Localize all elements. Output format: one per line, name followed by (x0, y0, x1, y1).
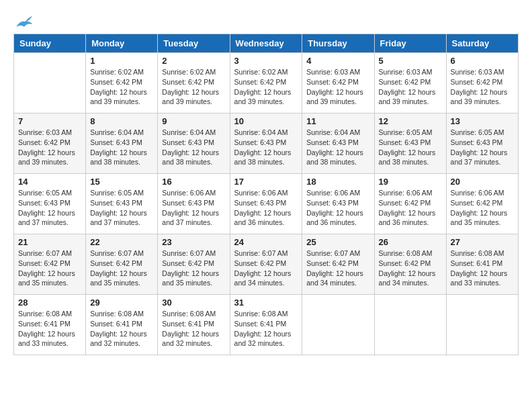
calendar-cell: 16Sunrise: 6:06 AM Sunset: 6:43 PM Dayli… (158, 174, 230, 234)
week-row-2: 7Sunrise: 6:03 AM Sunset: 6:42 PM Daylig… (14, 113, 519, 174)
calendar-cell: 28Sunrise: 6:08 AM Sunset: 6:41 PM Dayli… (14, 295, 86, 355)
day-number: 30 (162, 298, 225, 308)
calendar-cell: 14Sunrise: 6:05 AM Sunset: 6:43 PM Dayli… (14, 174, 86, 234)
day-info: Sunrise: 6:07 AM Sunset: 6:42 PM Dayligh… (18, 248, 81, 288)
day-info: Sunrise: 6:03 AM Sunset: 6:42 PM Dayligh… (379, 67, 442, 107)
calendar-header-monday: Monday (86, 34, 158, 53)
day-info: Sunrise: 6:08 AM Sunset: 6:41 PM Dayligh… (234, 309, 298, 349)
day-info: Sunrise: 6:02 AM Sunset: 6:42 PM Dayligh… (162, 67, 225, 107)
day-info: Sunrise: 6:03 AM Sunset: 6:42 PM Dayligh… (306, 67, 369, 107)
day-info: Sunrise: 6:03 AM Sunset: 6:42 PM Dayligh… (451, 67, 514, 107)
day-info: Sunrise: 6:04 AM Sunset: 6:43 PM Dayligh… (306, 128, 369, 167)
day-number: 19 (379, 177, 442, 187)
calendar-cell: 3Sunrise: 6:02 AM Sunset: 6:42 PM Daylig… (230, 53, 302, 113)
week-row-3: 14Sunrise: 6:05 AM Sunset: 6:43 PM Dayli… (14, 174, 519, 234)
calendar-cell: 11Sunrise: 6:04 AM Sunset: 6:43 PM Dayli… (302, 113, 374, 174)
day-info: Sunrise: 6:08 AM Sunset: 6:42 PM Dayligh… (379, 248, 442, 288)
calendar-cell: 18Sunrise: 6:06 AM Sunset: 6:43 PM Dayli… (302, 174, 374, 234)
calendar-cell: 29Sunrise: 6:08 AM Sunset: 6:41 PM Dayli… (86, 295, 158, 355)
calendar-cell: 8Sunrise: 6:04 AM Sunset: 6:43 PM Daylig… (86, 113, 158, 174)
day-info: Sunrise: 6:07 AM Sunset: 6:42 PM Dayligh… (90, 248, 153, 288)
calendar-cell: 17Sunrise: 6:06 AM Sunset: 6:43 PM Dayli… (230, 174, 302, 234)
day-number: 7 (18, 116, 81, 126)
day-info: Sunrise: 6:08 AM Sunset: 6:41 PM Dayligh… (90, 309, 153, 349)
calendar-cell: 24Sunrise: 6:07 AM Sunset: 6:42 PM Dayli… (230, 234, 302, 295)
day-number: 4 (306, 56, 369, 66)
day-number: 9 (162, 116, 225, 126)
calendar-cell: 4Sunrise: 6:03 AM Sunset: 6:42 PM Daylig… (302, 53, 374, 113)
calendar-cell: 27Sunrise: 6:08 AM Sunset: 6:41 PM Dayli… (446, 234, 518, 295)
calendar-cell (374, 295, 446, 355)
day-number: 31 (234, 298, 298, 308)
day-info: Sunrise: 6:04 AM Sunset: 6:43 PM Dayligh… (234, 128, 298, 167)
day-info: Sunrise: 6:08 AM Sunset: 6:41 PM Dayligh… (162, 309, 225, 349)
calendar-header-wednesday: Wednesday (230, 34, 302, 53)
calendar-cell: 7Sunrise: 6:03 AM Sunset: 6:42 PM Daylig… (14, 113, 86, 174)
day-number: 10 (234, 116, 298, 126)
day-info: Sunrise: 6:04 AM Sunset: 6:43 PM Dayligh… (162, 128, 225, 167)
day-number: 27 (451, 237, 514, 247)
calendar-cell (14, 53, 86, 113)
logo (13, 13, 34, 27)
day-number: 15 (90, 177, 153, 187)
calendar-cell: 12Sunrise: 6:05 AM Sunset: 6:43 PM Dayli… (374, 113, 446, 174)
day-number: 21 (18, 237, 81, 247)
week-row-4: 21Sunrise: 6:07 AM Sunset: 6:42 PM Dayli… (14, 234, 519, 295)
calendar-cell: 19Sunrise: 6:06 AM Sunset: 6:42 PM Dayli… (374, 174, 446, 234)
calendar-table: SundayMondayTuesdayWednesdayThursdayFrid… (13, 34, 519, 355)
calendar-cell (446, 295, 518, 355)
day-number: 20 (451, 177, 514, 187)
calendar-cell: 21Sunrise: 6:07 AM Sunset: 6:42 PM Dayli… (14, 234, 86, 295)
day-number: 3 (234, 56, 298, 66)
day-number: 18 (306, 177, 369, 187)
calendar-cell: 23Sunrise: 6:07 AM Sunset: 6:42 PM Dayli… (158, 234, 230, 295)
calendar-header-saturday: Saturday (446, 34, 518, 53)
day-number: 13 (451, 116, 514, 126)
day-info: Sunrise: 6:07 AM Sunset: 6:42 PM Dayligh… (234, 248, 298, 288)
day-number: 2 (162, 56, 225, 66)
day-number: 23 (162, 237, 225, 247)
calendar-cell: 5Sunrise: 6:03 AM Sunset: 6:42 PM Daylig… (374, 53, 446, 113)
logo-bird-icon (15, 15, 34, 30)
calendar-header-tuesday: Tuesday (158, 34, 230, 53)
calendar-cell: 13Sunrise: 6:05 AM Sunset: 6:43 PM Dayli… (446, 113, 518, 174)
day-info: Sunrise: 6:05 AM Sunset: 6:43 PM Dayligh… (18, 188, 81, 228)
day-number: 28 (18, 298, 81, 308)
day-info: Sunrise: 6:08 AM Sunset: 6:41 PM Dayligh… (18, 309, 81, 349)
day-number: 24 (234, 237, 298, 247)
day-number: 22 (90, 237, 153, 247)
day-info: Sunrise: 6:05 AM Sunset: 6:43 PM Dayligh… (379, 128, 442, 167)
day-info: Sunrise: 6:05 AM Sunset: 6:43 PM Dayligh… (451, 128, 514, 167)
calendar-cell: 1Sunrise: 6:02 AM Sunset: 6:42 PM Daylig… (86, 53, 158, 113)
day-info: Sunrise: 6:07 AM Sunset: 6:42 PM Dayligh… (162, 248, 225, 288)
day-number: 26 (379, 237, 442, 247)
day-info: Sunrise: 6:06 AM Sunset: 6:43 PM Dayligh… (306, 188, 369, 228)
day-info: Sunrise: 6:06 AM Sunset: 6:43 PM Dayligh… (162, 188, 225, 228)
calendar-cell: 15Sunrise: 6:05 AM Sunset: 6:43 PM Dayli… (86, 174, 158, 234)
calendar-cell: 10Sunrise: 6:04 AM Sunset: 6:43 PM Dayli… (230, 113, 302, 174)
day-info: Sunrise: 6:06 AM Sunset: 6:43 PM Dayligh… (234, 188, 298, 228)
day-info: Sunrise: 6:07 AM Sunset: 6:42 PM Dayligh… (306, 248, 369, 288)
day-number: 12 (379, 116, 442, 126)
calendar-header-row: SundayMondayTuesdayWednesdayThursdayFrid… (14, 34, 519, 53)
calendar-cell: 25Sunrise: 6:07 AM Sunset: 6:42 PM Dayli… (302, 234, 374, 295)
day-info: Sunrise: 6:02 AM Sunset: 6:42 PM Dayligh… (90, 67, 153, 107)
calendar-cell: 20Sunrise: 6:06 AM Sunset: 6:42 PM Dayli… (446, 174, 518, 234)
day-number: 8 (90, 116, 153, 126)
calendar-cell: 31Sunrise: 6:08 AM Sunset: 6:41 PM Dayli… (230, 295, 302, 355)
day-info: Sunrise: 6:06 AM Sunset: 6:42 PM Dayligh… (451, 188, 514, 228)
day-info: Sunrise: 6:03 AM Sunset: 6:42 PM Dayligh… (18, 128, 81, 167)
calendar-cell (302, 295, 374, 355)
day-number: 25 (306, 237, 369, 247)
calendar-header-sunday: Sunday (14, 34, 86, 53)
day-number: 29 (90, 298, 153, 308)
calendar-cell: 22Sunrise: 6:07 AM Sunset: 6:42 PM Dayli… (86, 234, 158, 295)
page-header (13, 13, 519, 27)
calendar-cell: 2Sunrise: 6:02 AM Sunset: 6:42 PM Daylig… (158, 53, 230, 113)
day-number: 17 (234, 177, 298, 187)
week-row-1: 1Sunrise: 6:02 AM Sunset: 6:42 PM Daylig… (14, 53, 519, 113)
day-number: 16 (162, 177, 225, 187)
day-info: Sunrise: 6:02 AM Sunset: 6:42 PM Dayligh… (234, 67, 298, 107)
day-number: 5 (379, 56, 442, 66)
day-number: 14 (18, 177, 81, 187)
